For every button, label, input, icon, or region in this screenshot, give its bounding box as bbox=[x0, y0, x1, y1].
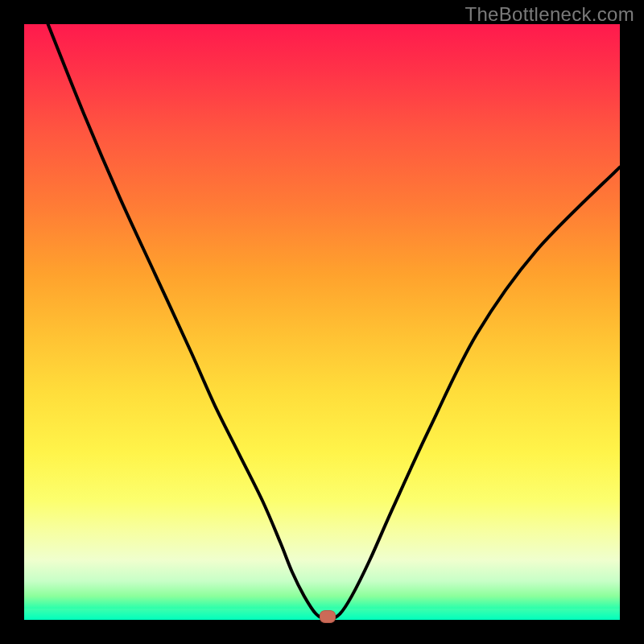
optimal-marker bbox=[320, 610, 336, 623]
watermark-text: TheBottleneck.com bbox=[464, 3, 634, 26]
curve-path bbox=[48, 24, 620, 620]
plot-area bbox=[24, 24, 620, 620]
chart-frame: TheBottleneck.com bbox=[0, 0, 644, 644]
bottleneck-curve bbox=[24, 24, 620, 620]
